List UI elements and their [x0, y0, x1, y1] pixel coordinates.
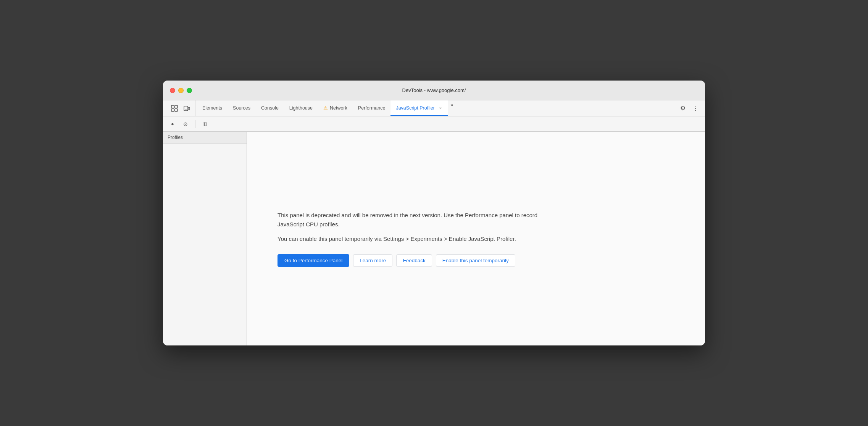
action-buttons: Go to Performance Panel Learn more Feedb…	[278, 254, 552, 267]
deprecation-paragraph-1: This panel is deprecated and will be rem…	[278, 211, 552, 229]
svg-rect-2	[171, 109, 174, 111]
tab-network-label: Network	[330, 105, 347, 111]
content-panel: This panel is deprecated and will be rem…	[247, 132, 705, 345]
tab-javascript-profiler-label: JavaScript Profiler	[396, 105, 434, 111]
svg-rect-0	[171, 105, 174, 108]
network-warning-icon: ⚠	[323, 105, 328, 111]
trash-icon: 🗑	[203, 121, 208, 127]
profiler-toolbar: ● ⊘ 🗑	[163, 116, 705, 132]
settings-icon[interactable]: ⚙	[678, 103, 688, 114]
device-toolbar-icon[interactable]	[181, 103, 192, 114]
tab-performance[interactable]: Performance	[353, 100, 391, 116]
clear-profiles-button[interactable]: 🗑	[200, 119, 210, 129]
traffic-lights	[170, 88, 192, 93]
go-to-performance-button[interactable]: Go to Performance Panel	[278, 254, 349, 267]
devtools-window: DevTools - www.google.com/	[163, 81, 705, 345]
minimize-button[interactable]	[178, 88, 184, 93]
tab-elements[interactable]: Elements	[197, 100, 227, 116]
tab-network[interactable]: ⚠ Network	[318, 100, 353, 116]
stop-recording-button[interactable]: ⊘	[181, 119, 190, 129]
record-icon: ●	[171, 121, 174, 127]
tab-javascript-profiler[interactable]: JavaScript Profiler ×	[390, 100, 448, 116]
vertical-dots-icon: ⋮	[692, 105, 698, 112]
tab-console[interactable]: Console	[256, 100, 284, 116]
maximize-button[interactable]	[187, 88, 192, 93]
feedback-button[interactable]: Feedback	[396, 254, 432, 267]
tab-bar: Elements Sources Console Lighthouse ⚠ Ne…	[163, 100, 705, 116]
more-tabs-button[interactable]: »	[448, 100, 455, 116]
tab-sources[interactable]: Sources	[227, 100, 256, 116]
tab-console-label: Console	[261, 105, 279, 111]
svg-rect-1	[175, 105, 177, 108]
svg-rect-3	[175, 109, 177, 111]
tab-lighthouse-label: Lighthouse	[289, 105, 313, 111]
learn-more-button[interactable]: Learn more	[353, 254, 392, 267]
stop-icon: ⊘	[183, 121, 188, 127]
deprecation-paragraph-2: You can enable this panel temporarily vi…	[278, 234, 552, 244]
enable-temporarily-button[interactable]: Enable this panel temporarily	[436, 254, 515, 267]
more-options-icon[interactable]: ⋮	[690, 103, 700, 114]
tab-sources-label: Sources	[233, 105, 250, 111]
profiles-sidebar: Profiles	[163, 132, 247, 345]
sidebar-header: Profiles	[163, 132, 247, 144]
close-button[interactable]	[170, 88, 175, 93]
tab-performance-label: Performance	[358, 105, 386, 111]
deprecation-text: This panel is deprecated and will be rem…	[278, 211, 552, 244]
tab-elements-label: Elements	[202, 105, 222, 111]
deprecation-message: This panel is deprecated and will be rem…	[278, 211, 552, 267]
record-button[interactable]: ●	[168, 119, 177, 129]
main-area: Profiles This panel is deprecated and wi…	[163, 132, 705, 345]
toolbar-divider	[195, 120, 195, 128]
devtools-icons	[166, 100, 195, 116]
gear-icon: ⚙	[680, 105, 686, 112]
tab-lighthouse[interactable]: Lighthouse	[284, 100, 318, 116]
svg-rect-5	[188, 107, 190, 110]
window-title: DevTools - www.google.com/	[402, 87, 466, 93]
tab-javascript-profiler-close[interactable]: ×	[438, 105, 443, 111]
tab-bar-right-actions: ⚙ ⋮	[678, 100, 705, 116]
inspector-icon[interactable]	[169, 103, 180, 114]
title-bar: DevTools - www.google.com/	[163, 81, 705, 100]
